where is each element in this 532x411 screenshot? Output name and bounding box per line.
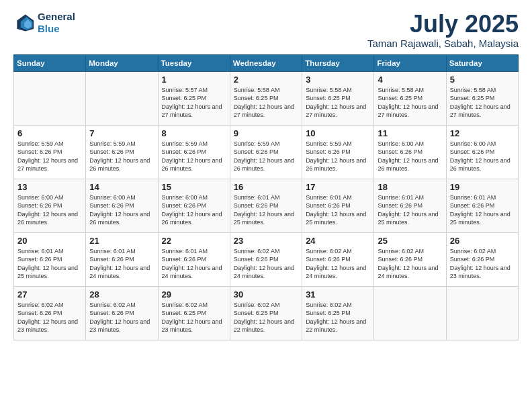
day-number: 21 (89, 236, 154, 246)
calendar-cell: 30Sunrise: 6:02 AM Sunset: 6:25 PM Dayli… (230, 286, 302, 340)
day-info: Sunrise: 6:01 AM Sunset: 6:26 PM Dayligh… (450, 193, 515, 227)
day-number: 17 (306, 182, 370, 192)
day-info: Sunrise: 6:00 AM Sunset: 6:26 PM Dayligh… (162, 193, 226, 227)
day-info: Sunrise: 6:00 AM Sunset: 6:26 PM Dayligh… (450, 140, 515, 173)
day-number: 22 (162, 236, 226, 246)
day-info: Sunrise: 5:58 AM Sunset: 6:25 PM Dayligh… (450, 86, 515, 120)
calendar-cell: 1Sunrise: 5:57 AM Sunset: 6:25 PM Daylig… (158, 71, 230, 125)
calendar-cell (86, 71, 158, 125)
calendar-cell: 7Sunrise: 5:59 AM Sunset: 6:26 PM Daylig… (86, 125, 158, 179)
calendar-cell: 11Sunrise: 6:00 AM Sunset: 6:26 PM Dayli… (374, 125, 446, 179)
header-day-thursday: Thursday (302, 54, 374, 71)
day-number: 13 (17, 182, 82, 192)
calendar-cell: 23Sunrise: 6:02 AM Sunset: 6:26 PM Dayli… (230, 232, 302, 286)
day-info: Sunrise: 5:58 AM Sunset: 6:25 PM Dayligh… (234, 86, 298, 120)
day-info: Sunrise: 5:59 AM Sunset: 6:26 PM Dayligh… (17, 140, 82, 173)
calendar-cell: 19Sunrise: 6:01 AM Sunset: 6:26 PM Dayli… (446, 179, 518, 232)
day-info: Sunrise: 6:01 AM Sunset: 6:26 PM Dayligh… (306, 193, 370, 227)
header-row: SundayMondayTuesdayWednesdayThursdayFrid… (14, 54, 519, 71)
day-info: Sunrise: 5:59 AM Sunset: 6:26 PM Dayligh… (89, 140, 154, 173)
day-info: Sunrise: 6:00 AM Sunset: 6:26 PM Dayligh… (378, 140, 442, 173)
day-info: Sunrise: 6:01 AM Sunset: 6:26 PM Dayligh… (17, 247, 82, 281)
day-number: 1 (162, 75, 226, 85)
day-number: 12 (450, 128, 515, 138)
day-number: 31 (306, 289, 370, 300)
day-info: Sunrise: 6:02 AM Sunset: 6:25 PM Dayligh… (234, 301, 298, 334)
day-number: 6 (17, 128, 82, 138)
day-number: 8 (162, 128, 226, 138)
day-info: Sunrise: 5:57 AM Sunset: 6:25 PM Dayligh… (162, 86, 226, 120)
calendar-cell: 12Sunrise: 6:00 AM Sunset: 6:26 PM Dayli… (446, 125, 518, 179)
day-number: 2 (234, 75, 298, 85)
week-row-1: 1Sunrise: 5:57 AM Sunset: 6:25 PM Daylig… (14, 71, 519, 125)
calendar-cell (14, 71, 86, 125)
calendar-cell: 4Sunrise: 5:58 AM Sunset: 6:25 PM Daylig… (374, 71, 446, 125)
calendar-cell: 21Sunrise: 6:01 AM Sunset: 6:26 PM Dayli… (86, 232, 158, 286)
header-day-wednesday: Wednesday (230, 54, 302, 71)
day-info: Sunrise: 6:02 AM Sunset: 6:26 PM Dayligh… (89, 301, 154, 334)
calendar-cell: 10Sunrise: 5:59 AM Sunset: 6:26 PM Dayli… (302, 125, 374, 179)
logo-text: General Blue (38, 11, 75, 35)
day-info: Sunrise: 5:59 AM Sunset: 6:26 PM Dayligh… (162, 140, 226, 173)
day-info: Sunrise: 5:59 AM Sunset: 6:26 PM Dayligh… (234, 140, 298, 173)
day-info: Sunrise: 6:02 AM Sunset: 6:26 PM Dayligh… (234, 247, 298, 281)
day-info: Sunrise: 6:00 AM Sunset: 6:26 PM Dayligh… (89, 193, 154, 227)
calendar-cell: 29Sunrise: 6:02 AM Sunset: 6:25 PM Dayli… (158, 286, 230, 340)
day-info: Sunrise: 6:02 AM Sunset: 6:26 PM Dayligh… (378, 247, 442, 281)
day-number: 28 (89, 289, 154, 300)
day-info: Sunrise: 5:58 AM Sunset: 6:25 PM Dayligh… (306, 86, 370, 120)
calendar-cell: 22Sunrise: 6:01 AM Sunset: 6:26 PM Dayli… (158, 232, 230, 286)
week-row-4: 20Sunrise: 6:01 AM Sunset: 6:26 PM Dayli… (14, 232, 519, 286)
header-day-sunday: Sunday (14, 54, 86, 71)
day-number: 24 (306, 236, 370, 246)
day-number: 29 (162, 289, 226, 300)
day-info: Sunrise: 6:01 AM Sunset: 6:26 PM Dayligh… (234, 193, 298, 227)
day-number: 16 (234, 182, 298, 192)
calendar-body: 1Sunrise: 5:57 AM Sunset: 6:25 PM Daylig… (14, 71, 519, 340)
day-number: 20 (17, 236, 82, 246)
day-number: 3 (306, 75, 370, 85)
calendar-cell: 8Sunrise: 5:59 AM Sunset: 6:26 PM Daylig… (158, 125, 230, 179)
week-row-3: 13Sunrise: 6:00 AM Sunset: 6:26 PM Dayli… (14, 179, 519, 232)
calendar-cell: 26Sunrise: 6:02 AM Sunset: 6:26 PM Dayli… (446, 232, 518, 286)
week-row-5: 27Sunrise: 6:02 AM Sunset: 6:26 PM Dayli… (14, 286, 519, 340)
day-info: Sunrise: 6:00 AM Sunset: 6:26 PM Dayligh… (17, 193, 82, 227)
day-info: Sunrise: 6:02 AM Sunset: 6:25 PM Dayligh… (306, 301, 370, 334)
day-info: Sunrise: 6:02 AM Sunset: 6:26 PM Dayligh… (17, 301, 82, 334)
calendar-cell: 2Sunrise: 5:58 AM Sunset: 6:25 PM Daylig… (230, 71, 302, 125)
day-info: Sunrise: 5:59 AM Sunset: 6:26 PM Dayligh… (306, 140, 370, 173)
day-number: 25 (378, 236, 442, 246)
day-number: 4 (378, 75, 442, 85)
calendar-cell: 18Sunrise: 6:01 AM Sunset: 6:26 PM Dayli… (374, 179, 446, 232)
title-area: July 2025 Taman Rajawali, Sabah, Malaysi… (367, 11, 519, 49)
day-number: 11 (378, 128, 442, 138)
day-number: 15 (162, 182, 226, 192)
day-info: Sunrise: 5:58 AM Sunset: 6:25 PM Dayligh… (378, 86, 442, 120)
calendar-cell: 6Sunrise: 5:59 AM Sunset: 6:26 PM Daylig… (14, 125, 86, 179)
header-day-friday: Friday (374, 54, 446, 71)
day-info: Sunrise: 6:02 AM Sunset: 6:26 PM Dayligh… (450, 247, 515, 281)
day-number: 23 (234, 236, 298, 246)
subtitle: Taman Rajawali, Sabah, Malaysia (367, 38, 519, 49)
day-info: Sunrise: 6:01 AM Sunset: 6:26 PM Dayligh… (162, 247, 226, 281)
calendar-cell: 27Sunrise: 6:02 AM Sunset: 6:26 PM Dayli… (14, 286, 86, 340)
header-day-monday: Monday (86, 54, 158, 71)
main-title: July 2025 (367, 11, 519, 38)
calendar-cell: 31Sunrise: 6:02 AM Sunset: 6:25 PM Dayli… (302, 286, 374, 340)
calendar-cell: 20Sunrise: 6:01 AM Sunset: 6:26 PM Dayli… (14, 232, 86, 286)
day-info: Sunrise: 6:02 AM Sunset: 6:26 PM Dayligh… (306, 247, 370, 281)
day-info: Sunrise: 6:01 AM Sunset: 6:26 PM Dayligh… (378, 193, 442, 227)
day-number: 19 (450, 182, 515, 192)
calendar-cell: 24Sunrise: 6:02 AM Sunset: 6:26 PM Dayli… (302, 232, 374, 286)
calendar-cell: 28Sunrise: 6:02 AM Sunset: 6:26 PM Dayli… (86, 286, 158, 340)
day-number: 10 (306, 128, 370, 138)
day-number: 9 (234, 128, 298, 138)
calendar-cell: 5Sunrise: 5:58 AM Sunset: 6:25 PM Daylig… (446, 71, 518, 125)
calendar-cell: 9Sunrise: 5:59 AM Sunset: 6:26 PM Daylig… (230, 125, 302, 179)
day-number: 30 (234, 289, 298, 300)
day-number: 26 (450, 236, 515, 246)
calendar-cell: 15Sunrise: 6:00 AM Sunset: 6:26 PM Dayli… (158, 179, 230, 232)
day-number: 27 (17, 289, 82, 300)
calendar-cell: 14Sunrise: 6:00 AM Sunset: 6:26 PM Dayli… (86, 179, 158, 232)
logo-icon (13, 12, 35, 34)
